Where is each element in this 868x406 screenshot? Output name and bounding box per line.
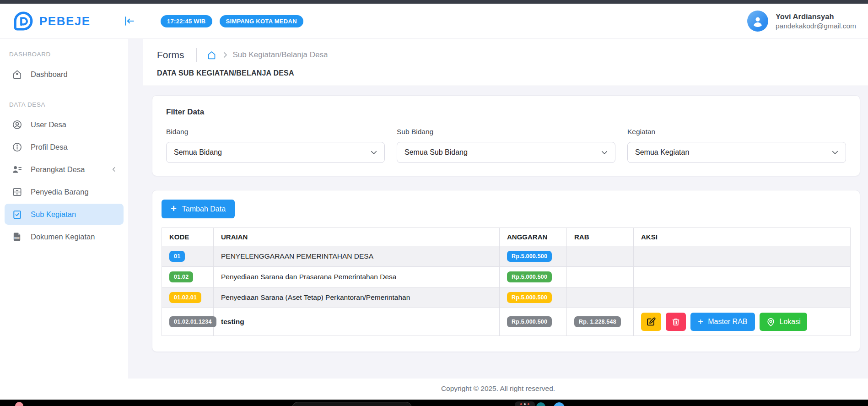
pink-app-icon[interactable]	[15, 402, 23, 406]
uraian-cell: testing	[214, 308, 500, 336]
column-header-kode: KODE	[162, 228, 214, 246]
user-name: Yovi Ardiansyah	[776, 11, 856, 22]
table-row: 01 PENYELENGGARAAN PEMERINTAHAN DESA Rp.…	[162, 246, 851, 267]
sidebar-item-label: User Desa	[31, 120, 66, 129]
rab-cell	[567, 287, 634, 308]
filter-label: Sub Bidang	[397, 128, 615, 136]
kode-badge: 01.02.01.1234	[169, 316, 216, 327]
user-circle-icon	[12, 119, 22, 130]
sidebar-section-dashboard: DASHBOARD Dashboard	[0, 47, 128, 85]
rab-cell	[567, 246, 634, 267]
page-heading: DATA SUB KEGIATAN/BELANJA DESA	[157, 69, 868, 77]
lokasi-label: Lokasi	[780, 318, 801, 326]
dock-search-bar[interactable]	[292, 402, 412, 406]
breadcrumb-divider	[196, 48, 197, 62]
content-area: Filter Data Bidang Semua Bidang	[128, 86, 868, 379]
screen: PEBEJE 17:22:45 WIB SIMPANG KOTA MEDAN Y…	[0, 0, 868, 406]
map-pin-icon	[766, 317, 776, 327]
uraian-cell: Penyediaan Sarana dan Prasarana Pemerint…	[214, 267, 500, 287]
sidebar-item-label: Profil Desa	[31, 143, 68, 152]
sidebar-item-label: Dashboard	[31, 70, 68, 79]
copyright-text: Copyright © 2025. All right reserved.	[441, 384, 555, 392]
section-label: DATA DESA	[0, 97, 128, 113]
chevron-down-icon	[831, 148, 839, 157]
user-email: pandekakodr@gmail.com	[776, 22, 856, 31]
kode-badge: 01.02	[169, 271, 193, 282]
select-value: Semua Kegiatan	[635, 148, 689, 157]
aksi-cell	[634, 246, 851, 267]
chevron-down-icon	[370, 148, 378, 157]
delete-button[interactable]	[666, 313, 686, 331]
sidebar-item-penyedia-barang[interactable]: Penyedia Barang	[5, 181, 124, 202]
svg-text:DOC: DOC	[14, 237, 20, 239]
column-header-rab: RAB	[567, 228, 634, 246]
sidebar-item-user-desa[interactable]: User Desa	[5, 114, 124, 135]
location-badge: SIMPANG KOTA MEDAN	[220, 15, 303, 27]
master-rab-button[interactable]: + Master RAB	[690, 313, 755, 331]
sidebar-item-label: Penyedia Barang	[31, 188, 89, 196]
archive-icon	[12, 187, 22, 197]
section-label: DASHBOARD	[0, 47, 128, 62]
plus-icon: +	[171, 204, 177, 214]
rab-badge: Rp. 1.228.548	[574, 316, 621, 327]
sidebar-item-label: Sub Kegiatan	[31, 210, 76, 219]
brand-name: PEBEJE	[39, 14, 91, 28]
aksi-cell	[634, 267, 851, 287]
user-menu[interactable]: Yovi Ardiansyah pandekakodr@gmail.com	[736, 4, 868, 38]
kode-badge: 01	[169, 251, 185, 262]
sidebar-item-profil-desa[interactable]: Profil Desa	[5, 136, 124, 157]
trash-icon	[671, 317, 680, 326]
sidebar-item-perangkat-desa[interactable]: Perangkat Desa	[5, 159, 124, 180]
sidebar: DASHBOARD Dashboard DATA DESA	[0, 39, 128, 400]
app-grid-icon[interactable]	[515, 401, 535, 406]
footer: Copyright © 2025. All right reserved.	[128, 379, 868, 400]
filter-label: Bidang	[166, 128, 385, 136]
avatar[interactable]	[747, 11, 768, 32]
kode-badge: 01.02.01	[169, 292, 201, 303]
sidebar-collapse-icon[interactable]	[123, 15, 135, 27]
table-row: 01.02.01 Penyediaan Sarana (Aset Tetap) …	[162, 287, 851, 308]
sidebar-item-dokumen-kegiatan[interactable]: DOC Dokumen Kegiatan	[5, 226, 124, 247]
sidebar-item-dashboard[interactable]: Dashboard	[5, 64, 124, 85]
blue-app-icon[interactable]	[554, 402, 565, 406]
anggaran-badge: Rp.5.000.500	[507, 316, 552, 327]
people-list-icon	[12, 164, 22, 175]
sidebar-section-data-desa: DATA DESA User Desa Profi	[0, 97, 128, 247]
chevron-down-icon	[600, 148, 609, 157]
lokasi-button[interactable]: Lokasi	[760, 313, 807, 331]
bidang-select[interactable]: Semua Bidang	[166, 142, 385, 163]
pencil-square-icon	[646, 317, 656, 327]
anggaran-badge: Rp.5.000.500	[507, 271, 552, 282]
kegiatan-select[interactable]: Semua Kegiatan	[627, 142, 846, 163]
plus-icon: +	[698, 317, 703, 326]
tambah-data-button[interactable]: + Tambah Data	[162, 200, 235, 218]
info-circle-icon	[12, 142, 22, 152]
sidebar-item-label: Dokumen Kegiatan	[31, 233, 95, 241]
page-title: Forms	[157, 49, 184, 60]
chevron-left-icon	[111, 166, 117, 173]
filter-field-kegiatan: Kegiatan Semua Kegiatan	[627, 128, 846, 163]
aksi-buttons: + Master RAB	[641, 313, 843, 331]
table-card: + Tambah Data KODE URAIAN ANGGARAN RAB A…	[152, 190, 860, 352]
table-row: 01.02 Penyediaan Sarana dan Prasarana Pe…	[162, 267, 851, 287]
select-value: Semua Sub Bidang	[404, 148, 468, 157]
sidebar-item-sub-kegiatan[interactable]: Sub Kegiatan	[5, 204, 124, 225]
topbar: PEBEJE 17:22:45 WIB SIMPANG KOTA MEDAN Y…	[0, 4, 868, 39]
page-head: Forms Sub Kegiatan/Belanja Desa DATA	[143, 39, 868, 86]
aksi-cell	[634, 287, 851, 308]
breadcrumb-home-icon[interactable]	[207, 50, 216, 60]
edit-button[interactable]	[641, 313, 661, 331]
master-rab-label: Master RAB	[708, 318, 747, 326]
main-content: Forms Sub Kegiatan/Belanja Desa DATA	[128, 39, 868, 400]
sub-bidang-select[interactable]: Semua Sub Bidang	[397, 142, 615, 163]
teal-app-icon[interactable]	[536, 402, 545, 406]
breadcrumb: Forms Sub Kegiatan/Belanja Desa	[157, 48, 868, 62]
os-dock-bar	[0, 400, 868, 406]
column-header-aksi: AKSI	[634, 228, 851, 246]
topbar-badges: 17:22:45 WIB SIMPANG KOTA MEDAN	[161, 15, 303, 27]
filter-card: Filter Data Bidang Semua Bidang	[152, 95, 860, 176]
rab-cell	[567, 267, 634, 287]
column-header-anggaran: ANGGARAN	[500, 228, 567, 246]
clipboard-check-icon	[12, 209, 22, 220]
select-value: Semua Bidang	[174, 148, 222, 157]
